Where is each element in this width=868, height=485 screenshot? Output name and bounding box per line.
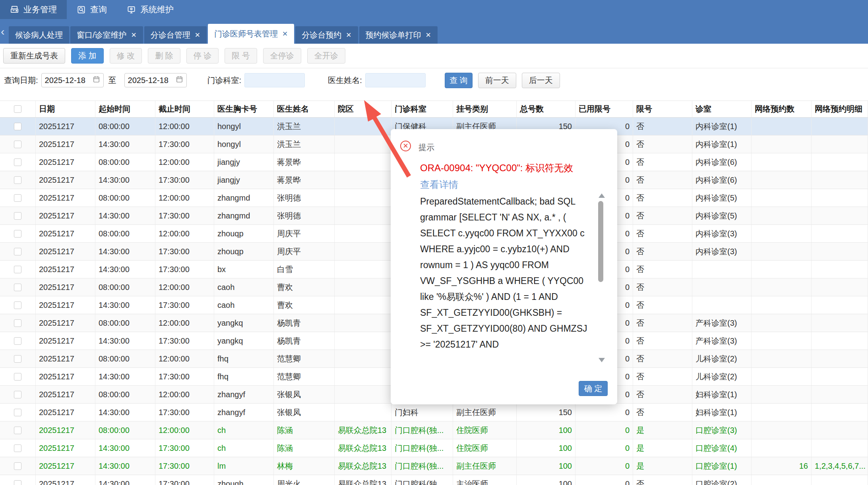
scrollbar-up-icon[interactable]: [599, 193, 605, 198]
cell-regtype: 住院医师: [453, 421, 517, 439]
date-from-value: 2025-12-18: [45, 76, 85, 85]
tab-close-icon[interactable]: ✕: [426, 31, 431, 39]
cell-start: 14:30:00: [95, 296, 155, 314]
cell-card: zhangyf: [214, 404, 274, 421]
menu-item-system[interactable]: 系统维护: [117, 0, 184, 19]
cell-name: 白雪: [274, 261, 335, 278]
cell-room: [692, 278, 752, 296]
row-checkbox[interactable]: [14, 123, 21, 130]
modify-button: 修 改: [110, 48, 142, 64]
date-to-input[interactable]: 2025-12-18: [124, 73, 187, 87]
doctor-name-input[interactable]: [365, 73, 426, 87]
row-checkbox[interactable]: [14, 158, 21, 166]
menu-item-query[interactable]: 查询: [67, 0, 117, 19]
cell-date: 20251217: [36, 261, 95, 278]
calendar-icon[interactable]: [176, 75, 183, 85]
row-checkbox[interactable]: [14, 266, 21, 273]
cell-netnum: [752, 368, 812, 385]
header-cell-netnum: 网络预约数: [752, 101, 812, 117]
cell-card: zhangmd: [214, 207, 274, 224]
row-checkbox[interactable]: [14, 480, 21, 485]
tab-doctor-schedule[interactable]: 门诊医师号表管理✕: [208, 24, 294, 44]
row-checkbox[interactable]: [14, 248, 21, 255]
scrollbar-down-icon[interactable]: [599, 358, 605, 362]
cell-end: 17:30:00: [155, 296, 214, 314]
row-checkbox[interactable]: [14, 355, 21, 363]
table-row[interactable]: 2025121714:30:0017:30:00ch陈涵易联众总院13门口腔科(…: [0, 439, 868, 457]
header-cell-room: 诊室: [692, 101, 752, 117]
cell-card: zhouqp: [214, 243, 274, 260]
cell-start: 08:00:00: [95, 314, 155, 332]
tab-close-icon[interactable]: ✕: [195, 31, 200, 39]
menu-item-label: 查询: [90, 4, 107, 15]
cell-limit: 否: [633, 278, 692, 296]
add-button[interactable]: 添 加: [71, 48, 104, 64]
table-row[interactable]: 2025121714:30:0017:30:00zhangyf张银凤门妇科副主任…: [0, 404, 868, 421]
row-checkbox[interactable]: [14, 230, 21, 238]
cell-sel: [0, 296, 36, 314]
tab-close-icon[interactable]: ✕: [131, 31, 137, 39]
menu-item-business[interactable]: 业务管理: [0, 0, 67, 19]
cell-start: 14:30:00: [95, 243, 155, 260]
doctor-name-label: 医生姓名:: [328, 75, 362, 86]
cell-end: 17:30:00: [155, 261, 214, 278]
tab-waiting[interactable]: 候诊病人处理: [9, 26, 69, 44]
row-checkbox[interactable]: [14, 301, 21, 309]
header-cell-limit: 限号: [633, 101, 692, 117]
search-button[interactable]: 查 询: [445, 73, 473, 88]
cell-date: 20251217: [36, 404, 95, 421]
tab-print-slip[interactable]: 预约候诊单打印✕: [359, 26, 438, 44]
table-row[interactable]: 2025121708:00:0012:00:00ch陈涵易联众总院13门口腔科(…: [0, 421, 868, 439]
cell-campus: [335, 171, 391, 189]
header-cell-dept: 门诊科室: [391, 101, 453, 117]
regenerate-button[interactable]: 重新生成号表: [3, 48, 65, 64]
cell-netdetail: [812, 332, 868, 350]
row-checkbox[interactable]: [14, 391, 21, 398]
cell-room: 口腔诊室(4): [692, 439, 752, 457]
row-checkbox[interactable]: [14, 319, 21, 327]
tab-window-room[interactable]: 窗口/诊室维护✕: [70, 26, 143, 44]
tab-bar: ‹ 候诊病人处理窗口/诊室维护✕分诊台管理✕门诊医师号表管理✕分诊台预约✕预约候…: [0, 19, 868, 44]
tab-scroll-left-icon[interactable]: ‹: [1, 26, 4, 37]
prev-day-button[interactable]: 前一天: [478, 73, 516, 88]
cell-name: 杨凯青: [274, 332, 335, 350]
business-icon: [10, 5, 19, 14]
table-header-row: 日期起始时间截止时间医生胸卡号医生姓名院区门诊科室挂号类别总号数已用限号限号诊室…: [0, 101, 868, 118]
cell-end: 12:00:00: [155, 118, 214, 135]
next-day-button[interactable]: 后一天: [522, 73, 560, 88]
scrollbar-thumb[interactable]: [598, 201, 603, 282]
row-checkbox[interactable]: [14, 337, 21, 345]
date-from-input[interactable]: 2025-12-18: [41, 73, 104, 87]
menu-item-label: 业务管理: [23, 4, 57, 15]
cell-netdetail: [812, 439, 868, 457]
cell-netnum: [752, 243, 812, 260]
row-checkbox[interactable]: [14, 373, 21, 381]
tab-triage-manage[interactable]: 分诊台管理✕: [144, 26, 207, 44]
tab-close-icon[interactable]: ✕: [346, 31, 351, 39]
view-details-link[interactable]: 查看详情: [420, 178, 458, 191]
error-detail-text: PreparedStatementCallback; bad SQL gramm…: [420, 193, 595, 375]
row-checkbox[interactable]: [14, 462, 21, 470]
date-to-value: 2025-12-18: [128, 76, 169, 85]
row-checkbox[interactable]: [14, 409, 21, 416]
row-checkbox[interactable]: [14, 427, 21, 434]
row-checkbox[interactable]: [14, 212, 21, 220]
error-dialog: ✕ 提示 ORA-00904: "YYQC00": 标识符无效 查看详情 Pre…: [391, 129, 617, 404]
table-row[interactable]: 2025121714:30:0017:30:00lm林梅易联众总院13门口腔科(…: [0, 457, 868, 475]
calendar-icon[interactable]: [93, 75, 100, 85]
row-checkbox[interactable]: [14, 194, 21, 202]
cell-campus: [335, 243, 391, 260]
dept-input[interactable]: [244, 73, 305, 87]
cell-date: 20251217: [36, 332, 95, 350]
cell-card: ch: [214, 439, 274, 457]
table-row[interactable]: 2025121714:30:0017:30:00zhough周光火易联众总院13…: [0, 475, 868, 485]
tab-triage-reserve[interactable]: 分诊台预约✕: [295, 26, 358, 44]
row-checkbox[interactable]: [14, 284, 21, 291]
tab-close-icon[interactable]: ✕: [282, 30, 288, 38]
ok-button[interactable]: 确 定: [579, 381, 608, 396]
row-checkbox[interactable]: [14, 176, 21, 184]
row-checkbox[interactable]: [14, 141, 21, 148]
monitor-icon: [127, 5, 136, 14]
row-checkbox[interactable]: [14, 444, 21, 452]
select-all-checkbox[interactable]: [14, 105, 21, 113]
